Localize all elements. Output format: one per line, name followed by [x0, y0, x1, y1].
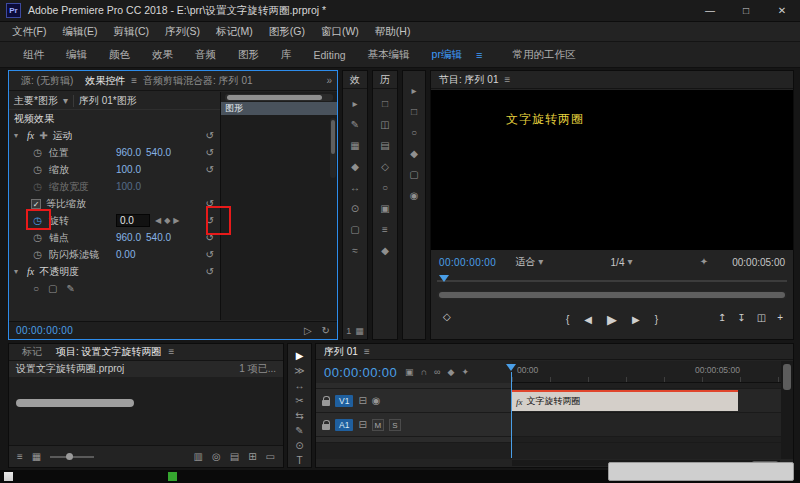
workspace-effects[interactable]: 效果: [141, 48, 184, 62]
timeline-playhead-line[interactable]: [511, 372, 512, 458]
zoom-slider[interactable]: [50, 456, 94, 458]
prev-keyframe-icon[interactable]: ◀: [155, 216, 161, 225]
reset-icon[interactable]: ↺: [206, 215, 214, 226]
menu-sequence[interactable]: 序列(S): [157, 25, 208, 39]
timeline-vscrollbar[interactable]: [781, 361, 793, 459]
stopwatch-icon[interactable]: ◷: [31, 147, 44, 158]
sequence-clip-label[interactable]: 序列 01*图形: [79, 94, 137, 108]
program-zoom-scrollbar[interactable]: [437, 291, 787, 299]
strip-icon[interactable]: ◆: [351, 161, 359, 172]
reset-icon[interactable]: ↺: [206, 198, 214, 209]
track-visibility-icon[interactable]: ◉: [372, 396, 381, 406]
pen-tool[interactable]: ✎: [295, 425, 303, 436]
expand-icon[interactable]: ▾: [14, 131, 22, 140]
tab-overflow-icon[interactable]: »: [321, 75, 337, 86]
strip-icon[interactable]: ◆: [410, 148, 418, 159]
scroll-thumb[interactable]: [783, 364, 791, 390]
step-back-icon[interactable]: ◀: [584, 314, 592, 325]
scroll-thumb[interactable]: [331, 120, 335, 154]
effects-strip-title[interactable]: 效: [343, 71, 367, 89]
timeline-ruler[interactable]: 00:00 00:00:05:00: [512, 361, 781, 383]
start-button-icon[interactable]: [4, 472, 13, 481]
program-video-area[interactable]: 文字旋转两圈: [431, 90, 793, 250]
stopwatch-icon[interactable]: ◷: [31, 164, 44, 175]
settings-wrench-icon[interactable]: ✦: [700, 257, 708, 267]
a1-track-lane[interactable]: [512, 413, 781, 437]
automate-sequence-icon[interactable]: ▥: [194, 451, 203, 462]
tab-sequence[interactable]: 序列 01: [324, 345, 358, 359]
menu-window[interactable]: 窗口(W): [313, 25, 367, 39]
delete-icon[interactable]: ▭: [266, 451, 275, 462]
razor-tool[interactable]: ✂: [295, 395, 303, 406]
strip-icon[interactable]: □: [411, 106, 417, 117]
new-item-icon[interactable]: ⊞: [248, 451, 256, 462]
track-select-tool[interactable]: ≫: [294, 365, 304, 376]
v1-track-header[interactable]: V1 ⊟ ◉: [316, 389, 512, 413]
workspace-menu-icon[interactable]: ≡: [473, 49, 485, 61]
menu-marker[interactable]: 标记(M): [208, 25, 261, 39]
menu-graphics[interactable]: 图形(G): [261, 25, 313, 39]
strip-icon[interactable]: ▸: [411, 85, 416, 96]
icon-view-icon[interactable]: ▦: [32, 451, 41, 462]
play-icon[interactable]: ▶: [607, 312, 617, 327]
lock-icon[interactable]: [322, 400, 330, 406]
export-frame-icon[interactable]: ◫: [757, 312, 766, 323]
anchor-y-value[interactable]: 540.0: [146, 232, 171, 243]
reset-icon[interactable]: ↺: [206, 164, 214, 175]
ec-timeline-hscrollbar[interactable]: [225, 94, 333, 101]
close-button[interactable]: ✕: [764, 0, 800, 22]
strip-icon[interactable]: ▸: [352, 98, 357, 109]
nest-icon[interactable]: ▣: [405, 367, 414, 377]
strip-icon[interactable]: ○: [382, 182, 388, 193]
strip-icon[interactable]: ↔: [350, 182, 360, 193]
loop-icon[interactable]: ↻: [322, 325, 330, 336]
scroll-thumb[interactable]: [227, 95, 322, 100]
reset-icon[interactable]: ↺: [206, 147, 214, 158]
scale-width-value[interactable]: 100.0: [116, 181, 141, 192]
sync-lock-icon[interactable]: ⊟: [358, 420, 366, 430]
workspace-graphics[interactable]: 图形: [227, 48, 270, 62]
strip-icon[interactable]: ▦: [350, 140, 359, 151]
v1-track-badge[interactable]: V1: [335, 395, 353, 407]
antiflicker-value[interactable]: 0.00: [116, 249, 135, 260]
strip-icon[interactable]: ▤: [380, 140, 389, 151]
tab-markers[interactable]: 标记: [15, 345, 49, 359]
go-to-out-icon[interactable]: }: [655, 314, 658, 325]
ripple-edit-tool[interactable]: ↔: [295, 380, 305, 391]
a1-track-header[interactable]: A1 ⊟ M S: [316, 413, 512, 437]
linked-selection-icon[interactable]: ∞: [434, 367, 440, 377]
extract-icon[interactable]: ↧: [737, 312, 745, 323]
slider-knob[interactable]: [66, 453, 73, 460]
reset-icon[interactable]: ↺: [206, 130, 214, 141]
workspace-audio[interactable]: 音频: [184, 48, 227, 62]
v1-track-lane[interactable]: fx 文字旋转两圈: [512, 389, 781, 413]
graphic-clip[interactable]: fx 文字旋转两圈: [512, 390, 738, 411]
playhead-icon[interactable]: [439, 275, 449, 282]
ellipse-mask-icon[interactable]: ○: [33, 284, 39, 294]
tab-effect-controls[interactable]: 效果控件: [79, 74, 131, 88]
tab-source-monitor[interactable]: 源: (无剪辑): [15, 74, 79, 88]
panel-menu-icon[interactable]: ≡: [364, 347, 370, 357]
workspace-color[interactable]: 颜色: [98, 48, 141, 62]
workspace-basic-edit[interactable]: 基本编辑: [357, 48, 421, 62]
ec-timecode[interactable]: 00:00:00:00: [16, 325, 73, 336]
resolution-dropdown[interactable]: 1/4 ▾: [611, 257, 633, 268]
add-keyframe-icon[interactable]: ◆: [164, 216, 170, 225]
find-icon[interactable]: ◎: [212, 451, 221, 462]
panel-menu-icon[interactable]: ≡: [169, 347, 175, 357]
scale-value[interactable]: 100.0: [116, 164, 141, 175]
next-keyframe-icon[interactable]: ▶: [173, 216, 179, 225]
menu-help[interactable]: 帮助(H): [367, 25, 419, 39]
strip-icon[interactable]: ○: [411, 127, 417, 138]
workspace-assembly[interactable]: 组件: [12, 48, 55, 62]
workspace-pr-edit[interactable]: pr编辑: [421, 48, 473, 62]
position-x-value[interactable]: 960.0: [116, 147, 141, 158]
snap-icon[interactable]: ∩: [421, 367, 427, 377]
strip-icon[interactable]: ▢: [409, 169, 418, 180]
menu-edit[interactable]: 编辑(E): [54, 25, 105, 39]
strip-icon[interactable]: ◇: [381, 161, 389, 172]
selection-tool[interactable]: ▶: [296, 350, 304, 361]
hand-tool[interactable]: ⊙: [295, 440, 303, 451]
strip-icon[interactable]: □: [382, 98, 388, 109]
program-scrubber[interactable]: [437, 275, 787, 287]
